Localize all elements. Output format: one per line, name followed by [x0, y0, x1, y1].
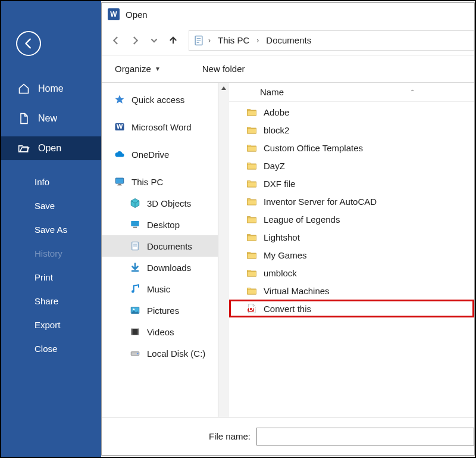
tree-music[interactable]: Music [102, 278, 218, 300]
new-folder-button[interactable]: New folder [199, 61, 249, 76]
folder-icon [246, 160, 258, 172]
word-app-icon: W [108, 8, 120, 20]
backstage-item-share[interactable]: Share [1, 289, 101, 313]
svg-text:W: W [117, 123, 123, 130]
file-label: DayZ [264, 161, 285, 171]
file-label: umblock [264, 268, 297, 278]
file-name-input[interactable] [256, 428, 474, 445]
folder-row[interactable]: Custom Office Templates [229, 139, 474, 157]
scrollbar[interactable] [218, 83, 229, 417]
tree-3d-objects[interactable]: 3D Objects [102, 192, 218, 214]
folder-icon [246, 124, 258, 136]
folder-icon [246, 213, 258, 225]
backstage-item-save[interactable]: Save [1, 194, 101, 217]
videos-icon [129, 326, 141, 338]
file-label: Adobe [264, 107, 289, 117]
scroll-up-icon[interactable] [219, 83, 228, 94]
back-button[interactable] [16, 31, 41, 56]
file-label: My Games [264, 250, 307, 260]
sort-ascending-icon: ⌃ [410, 89, 415, 95]
drive-icon [129, 347, 141, 359]
nav-up-button[interactable] [164, 29, 183, 52]
breadcrumb-documents[interactable]: Documents [262, 35, 315, 45]
tree-microsoft-word[interactable]: W Microsoft Word [102, 116, 218, 138]
organize-button[interactable]: Organize ▼ [111, 61, 164, 76]
folder-row[interactable]: League of Legends [229, 210, 474, 228]
tree-this-pc[interactable]: This PC [102, 171, 218, 192]
documents-icon [193, 35, 205, 46]
folder-row[interactable]: block2 [229, 121, 474, 139]
cube-icon [129, 197, 141, 209]
backstage-item-home[interactable]: Home [1, 77, 101, 101]
backstage-item-info[interactable]: Info [1, 170, 101, 194]
backstage-item-new[interactable]: New [1, 107, 101, 130]
svg-point-16 [131, 290, 134, 293]
list-column-header[interactable]: Name ⌃ [229, 83, 474, 102]
folder-icon [246, 106, 258, 118]
backstage-item-save-as[interactable]: Save As [1, 217, 101, 241]
tree-onedrive[interactable]: OneDrive [102, 144, 218, 165]
backstage-item-export[interactable]: Export [1, 313, 101, 337]
folder-row[interactable]: Virtual Machines [229, 282, 474, 300]
svg-rect-10 [131, 221, 139, 226]
file-icon [18, 113, 30, 124]
folder-row[interactable]: umblock [229, 264, 474, 282]
file-label: Inventor Server for AutoCAD [264, 197, 377, 207]
svg-point-18 [133, 309, 134, 310]
tree-desktop[interactable]: Desktop [102, 214, 218, 235]
svg-text:PDF: PDF [246, 305, 257, 312]
open-folder-icon [18, 142, 30, 154]
tree-downloads[interactable]: Downloads [102, 257, 218, 278]
tree-documents[interactable]: Documents [102, 235, 218, 257]
file-label: DXF file [264, 179, 295, 189]
folder-row[interactable]: Adobe [229, 103, 474, 121]
download-icon [129, 261, 141, 273]
svg-marker-4 [115, 95, 124, 104]
breadcrumb-separator: › [206, 36, 213, 45]
music-icon [129, 283, 141, 295]
column-name-label: Name [260, 87, 284, 97]
nav-back-button[interactable] [107, 29, 126, 52]
folder-row[interactable]: My Games [229, 246, 474, 264]
backstage-item-close[interactable]: Close [1, 337, 101, 360]
file-label: League of Legends [264, 214, 340, 225]
address-bar[interactable]: › This PC › Documents [189, 30, 474, 51]
file-row[interactable]: PDFConvert this [229, 300, 474, 317]
svg-rect-20 [131, 329, 132, 335]
folder-icon [246, 267, 258, 279]
svg-rect-11 [133, 227, 137, 228]
folder-row[interactable]: DXF file [229, 175, 474, 192]
tree-local-disk-c[interactable]: Local Disk (C:) [102, 342, 218, 364]
pictures-icon [129, 304, 141, 316]
file-open-dialog: W Open › This PC › Documents Organize ▼ [101, 2, 475, 456]
backstage-item-label: Open [38, 143, 61, 154]
backstage-item-history: History [1, 241, 101, 265]
breadcrumb-this-pc[interactable]: This PC [214, 35, 253, 45]
folder-row[interactable]: Lightshot [229, 228, 474, 246]
cloud-icon [114, 148, 126, 160]
svg-rect-8 [118, 184, 121, 185]
nav-recent-button[interactable] [145, 29, 164, 52]
folder-icon [246, 249, 258, 261]
tree-videos[interactable]: Videos [102, 321, 218, 342]
tree-quick-access[interactable]: Quick access [102, 89, 218, 110]
folder-icon [246, 177, 258, 189]
nav-forward-button[interactable] [126, 29, 145, 52]
word-icon: W [114, 121, 126, 133]
folder-icon [246, 285, 258, 297]
dialog-toolbar: Organize ▼ New folder [102, 55, 474, 83]
file-label: Convert this [264, 304, 311, 314]
home-icon [18, 83, 30, 95]
folder-row[interactable]: Inventor Server for AutoCAD [229, 192, 474, 210]
tree-pictures[interactable]: Pictures [102, 300, 218, 321]
backstage-item-open[interactable]: Open [1, 136, 101, 160]
file-label: Custom Office Templates [264, 143, 363, 153]
desktop-icon [129, 219, 141, 230]
file-label: Lightshot [264, 232, 300, 242]
navigation-pane: Quick access W Microsoft Word OneDrive T… [102, 83, 218, 417]
folder-row[interactable]: DayZ [229, 157, 474, 175]
chevron-down-icon: ▼ [155, 66, 161, 72]
folder-icon [246, 231, 258, 243]
svg-rect-7 [115, 178, 124, 183]
backstage-item-print[interactable]: Print [1, 265, 101, 289]
